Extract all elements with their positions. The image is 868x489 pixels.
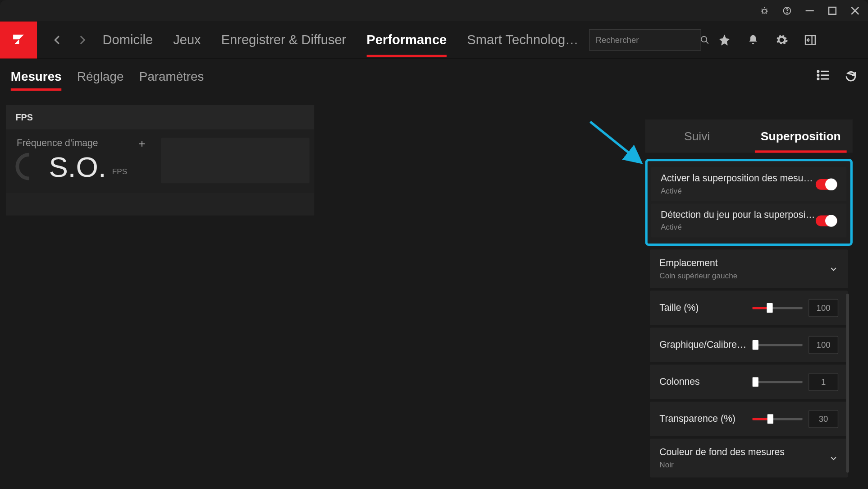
reset-icon[interactable] [844, 69, 857, 83]
value-gauge[interactable]: 100 [809, 336, 838, 354]
setting-location[interactable]: Emplacement Coin supérieur gauche [650, 249, 848, 288]
setting-gauge[interactable]: Graphique/Calibre (%) 100 [650, 328, 848, 362]
chevron-down-icon [829, 453, 838, 463]
value-columns[interactable]: 1 [809, 373, 838, 391]
chevron-down-icon [829, 264, 838, 273]
nav-tab-home[interactable]: Domicile [103, 24, 153, 56]
svg-point-2 [787, 13, 787, 13]
svg-point-0 [763, 9, 767, 13]
notifications-icon[interactable] [746, 33, 759, 46]
svg-point-7 [817, 70, 819, 72]
search-input[interactable] [596, 35, 700, 45]
bug-icon[interactable] [760, 6, 769, 15]
main-nav: Domicile Jeux Enregistrer & Diffuser Per… [0, 22, 868, 59]
fps-card: FPS Fréquence d'image + S.O. FPS [6, 105, 314, 216]
fps-unit: FPS [112, 167, 127, 176]
toggle-activate-overlay[interactable] [816, 179, 837, 189]
setting-size[interactable]: Taille (%) 100 [650, 291, 848, 325]
gauge-icon [10, 147, 49, 186]
nav-tab-games[interactable]: Jeux [173, 24, 201, 56]
subtab-metrics[interactable]: Mesures [11, 62, 62, 91]
fps-card-header: FPS [6, 105, 314, 129]
setting-bgcolor[interactable]: Couleur de fond des mesures Noir [650, 438, 848, 477]
fps-label: Fréquence d'image [17, 138, 98, 149]
highlighted-settings: Activer la superposition des mesures Act… [645, 159, 852, 246]
fps-value-box[interactable]: Fréquence d'image + S.O. FPS [15, 134, 152, 188]
slider-size[interactable] [753, 307, 803, 309]
settings-icon[interactable] [775, 33, 788, 46]
right-tab-tracking[interactable]: Suivi [645, 120, 749, 153]
amd-logo[interactable] [0, 22, 37, 59]
slider-columns[interactable] [753, 381, 803, 383]
setting-transparency[interactable]: Transparence (%) 30 [650, 401, 848, 436]
toggle-game-detection[interactable] [816, 215, 837, 226]
svg-rect-3 [805, 10, 814, 11]
close-icon[interactable] [850, 6, 860, 15]
setting-activate-overlay[interactable]: Activer la superposition des mesures Act… [651, 167, 847, 201]
search-box[interactable] [589, 29, 701, 51]
setting-game-detection[interactable]: Détection du jeu pour la superpositio… A… [651, 203, 847, 237]
nav-forward-icon[interactable] [75, 33, 88, 46]
minimize-icon[interactable] [805, 6, 814, 15]
slider-gauge[interactable] [753, 344, 803, 346]
maximize-icon[interactable] [827, 6, 837, 15]
right-tab-overlay[interactable]: Superposition [749, 120, 853, 153]
window-titlebar [0, 0, 868, 22]
fps-chart [161, 138, 309, 184]
subtab-settings[interactable]: Paramètres [139, 62, 204, 91]
value-size[interactable]: 100 [809, 299, 838, 317]
favorites-icon[interactable] [718, 33, 731, 46]
nav-tab-smart[interactable]: Smart Technolog… [467, 24, 578, 56]
slider-transparency[interactable] [753, 418, 803, 420]
subtab-tuning[interactable]: Réglage [77, 62, 124, 91]
search-icon[interactable] [700, 35, 709, 45]
add-metric-icon[interactable]: + [138, 137, 145, 150]
scrollbar[interactable] [846, 294, 849, 473]
list-view-icon[interactable] [817, 69, 830, 83]
dock-right-icon[interactable] [804, 33, 817, 46]
nav-tab-performance[interactable]: Performance [366, 24, 447, 56]
value-transparency[interactable]: 30 [809, 410, 838, 428]
svg-rect-4 [829, 7, 836, 14]
nav-tab-record[interactable]: Enregistrer & Diffuser [221, 24, 347, 56]
svg-point-8 [817, 74, 819, 76]
svg-point-9 [817, 78, 819, 80]
svg-point-5 [701, 37, 707, 42]
nav-back-icon[interactable] [51, 33, 64, 46]
setting-columns[interactable]: Colonnes 1 [650, 364, 848, 399]
fps-value: S.O. [49, 150, 106, 183]
sub-nav: Mesures Réglage Paramètres [0, 59, 868, 93]
help-icon[interactable] [782, 6, 792, 15]
right-panel: Suivi Superposition Activer la superposi… [645, 120, 852, 480]
fps-card-footer [6, 194, 314, 216]
